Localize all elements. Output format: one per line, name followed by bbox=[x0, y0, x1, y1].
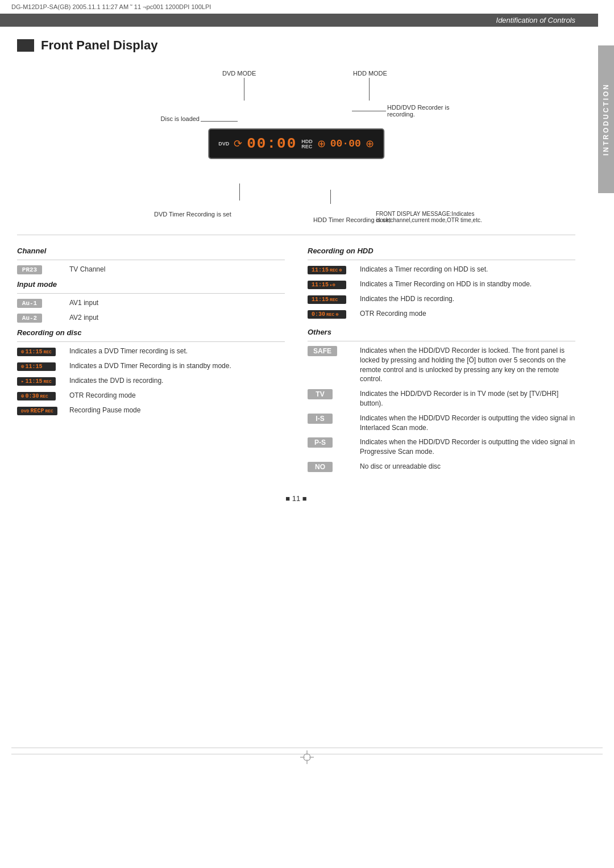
disc-item-3: ▸ 11:15 REC Indicates the DVD is recordi… bbox=[17, 376, 285, 386]
disc-item-2: ⊕ 11:15 Indicates a DVD Timer Recording … bbox=[17, 361, 285, 371]
main-divider bbox=[17, 235, 575, 235]
disc-badge-1: ⊕ 11:15 REC bbox=[17, 347, 63, 356]
others-item-no: NO No disc or unreadable disc bbox=[308, 462, 575, 472]
crosshair-icon bbox=[300, 750, 314, 764]
is-desc: Indicates when the HDD/DVD Recorder is o… bbox=[360, 414, 575, 433]
recording-disc-section-label: Recording on disc bbox=[17, 328, 285, 337]
au1-badge: Au-1 bbox=[17, 298, 63, 308]
hdd-mode-label: HDD MODE bbox=[353, 70, 387, 77]
safe-badge: SAFE bbox=[308, 346, 353, 356]
others-item-is: I-S Indicates when the HDD/DVD Recorder … bbox=[308, 414, 575, 433]
id-controls-bar: Identification of Controls bbox=[0, 14, 598, 27]
title-bar-decoration bbox=[17, 39, 34, 52]
disc-desc-2: Indicates a DVD Timer Recording is in st… bbox=[69, 361, 285, 371]
hdd-item-4: 0:30 REC ⊕ OTR Recording mode bbox=[308, 309, 575, 319]
disc-item-5: DVD RECP REC Recording Pause mode bbox=[17, 406, 285, 415]
disc-loaded-annotation: Disc is loaded bbox=[120, 115, 200, 122]
hdd-recording-annotation: HDD/DVD Recorder is recording. bbox=[387, 104, 478, 118]
disc-item-4: ⊕ 0:30 REC OTR Recording mode bbox=[17, 391, 285, 400]
hdd-item-2: 11:15 ▸⊕ Indicates a Timer Recording on … bbox=[308, 279, 575, 289]
safe-desc: Indicates when the HDD/DVD Recorder is l… bbox=[360, 346, 575, 384]
main-time-display: 00:00 bbox=[247, 135, 297, 152]
page-marker-right: ■ bbox=[302, 494, 307, 503]
others-item-tv: TV Indicates the HDD/DVD Recorder is in … bbox=[308, 389, 575, 408]
rec-label: REC bbox=[301, 144, 312, 149]
hdd-badge-4: 0:30 REC ⊕ bbox=[308, 309, 353, 319]
hdd-timer-line bbox=[330, 190, 331, 204]
hdd-label: HDD bbox=[301, 139, 313, 144]
input-mode-item-au2: Au-2 AV2 input bbox=[17, 313, 285, 323]
page-marker-left: ■ bbox=[285, 494, 292, 503]
others-divider bbox=[308, 341, 575, 341]
channel-section-label: Channel bbox=[17, 247, 285, 255]
recording-hdd-divider bbox=[308, 260, 575, 260]
hdd-desc-4: OTR Recording mode bbox=[360, 309, 575, 319]
input-mode-divider bbox=[17, 293, 285, 294]
hdd-item-3: 11:15 REC Indicates the HDD is recording… bbox=[308, 294, 575, 304]
disc-desc-4: OTR Recording mode bbox=[69, 391, 285, 400]
tv-desc: Indicates the HDD/DVD Recorder is in TV … bbox=[360, 389, 575, 408]
hdd-desc-2: Indicates a Timer Recording on HDD is in… bbox=[360, 279, 575, 289]
hdd-item-1: 11:15 REC ⊕ Indicates a Timer recording … bbox=[308, 265, 575, 274]
main-content: Front Panel Display DVD MODE HDD MODE DV… bbox=[0, 27, 598, 514]
disc-dvd-icon-1: ⊕ bbox=[21, 349, 24, 355]
others-section-label: Others bbox=[308, 328, 575, 336]
ps-badge: P-S bbox=[308, 437, 353, 448]
sub-display: 00·00 bbox=[330, 138, 361, 149]
right-column: Recording on HDD 11:15 REC ⊕ Indicates a… bbox=[308, 244, 575, 477]
no-desc: No disc or unreadable disc bbox=[360, 462, 575, 471]
recording-disc-divider bbox=[17, 341, 285, 342]
disc-badge-4: ⊕ 0:30 REC bbox=[17, 391, 63, 400]
dvd-mode-line bbox=[244, 78, 244, 101]
PR23-badge: PR23 bbox=[17, 265, 63, 274]
others-item-ps: P-S Indicates when the HDD/DVD Recorder … bbox=[308, 437, 575, 457]
disc-icon: ⟳ bbox=[234, 137, 242, 150]
hdd-badge-1: 11:15 REC ⊕ bbox=[308, 265, 353, 274]
hdd-recording-line bbox=[352, 111, 386, 111]
recording-hdd-section-label: Recording on HDD bbox=[308, 247, 575, 255]
introduction-tab: INTRODUCTION bbox=[598, 45, 614, 193]
disc-item-1: ⊕ 11:15 REC Indicates a DVD Timer record… bbox=[17, 347, 285, 356]
left-column: Channel PR23 TV Channel Input mode Au-1 … bbox=[17, 244, 285, 477]
hdd-desc-3: Indicates the HDD is recording. bbox=[360, 294, 575, 304]
dvd-label: DVD bbox=[218, 141, 229, 147]
disc-badge-5: DVD RECP REC bbox=[17, 406, 63, 415]
au1-desc: AV1 input bbox=[69, 298, 285, 308]
dvd-mode-label: DVD MODE bbox=[222, 70, 256, 77]
input-mode-section-label: Input mode bbox=[17, 280, 285, 289]
PR23-desc: TV Channel bbox=[69, 265, 285, 274]
no-badge: NO bbox=[308, 462, 353, 472]
bottom-crosshair bbox=[300, 750, 314, 766]
front-display-annotation: FRONT DISPLAY MESSAGE:Indicates clock,ch… bbox=[376, 211, 484, 223]
disc-desc-1: Indicates a DVD Timer recording is set. bbox=[69, 347, 285, 356]
lcd-display: DVD ⟳ 00:00 HDD REC ⊕ 00·00 ⊕ bbox=[208, 128, 384, 159]
circle-icon-right: ⊕ bbox=[366, 137, 374, 150]
page-number-area: ■ 11 ■ bbox=[17, 494, 575, 503]
others-item-safe: SAFE Indicates when the HDD/DVD Recorder… bbox=[308, 346, 575, 384]
hdd-badge-2: 11:15 ▸⊕ bbox=[308, 279, 353, 289]
au2-desc: AV2 input bbox=[69, 313, 285, 323]
disc-desc-3: Indicates the DVD is recording. bbox=[69, 376, 285, 386]
is-badge: I-S bbox=[308, 414, 353, 424]
channel-divider bbox=[17, 260, 285, 260]
diagram-area: DVD MODE HDD MODE DVD ⟳ 00:00 HDD REC ⊕ … bbox=[103, 64, 489, 223]
section-title: Front Panel Display bbox=[17, 38, 575, 53]
two-column-layout: Channel PR23 TV Channel Input mode Au-1 … bbox=[17, 244, 575, 477]
dvd-timer-annotation: DVD Timer Recording is set bbox=[154, 211, 245, 218]
hdd-mode-line bbox=[369, 78, 370, 101]
dvd-timer-line bbox=[239, 183, 240, 201]
channel-item-PR23: PR23 TV Channel bbox=[17, 265, 285, 274]
circle-icon-left: ⊕ bbox=[317, 137, 326, 150]
disc-badge-3: ▸ 11:15 REC bbox=[17, 376, 63, 386]
tv-badge: TV bbox=[308, 389, 353, 399]
disc-desc-5: Recording Pause mode bbox=[69, 406, 285, 415]
ps-desc: Indicates when the HDD/DVD Recorder is o… bbox=[360, 437, 575, 457]
disc-loaded-line bbox=[201, 121, 238, 122]
hdd-desc-1: Indicates a Timer recording on HDD is se… bbox=[360, 265, 575, 274]
au2-badge: Au-2 bbox=[17, 313, 63, 323]
hdd-badge-3: 11:15 REC bbox=[308, 294, 353, 304]
disc-badge-2: ⊕ 11:15 bbox=[17, 361, 63, 371]
input-mode-item-au1: Au-1 AV1 input bbox=[17, 298, 285, 308]
top-header: DG-M12D1P-SA(GB) 2005.11.1 11:27 AM ˜ 11… bbox=[0, 0, 614, 14]
